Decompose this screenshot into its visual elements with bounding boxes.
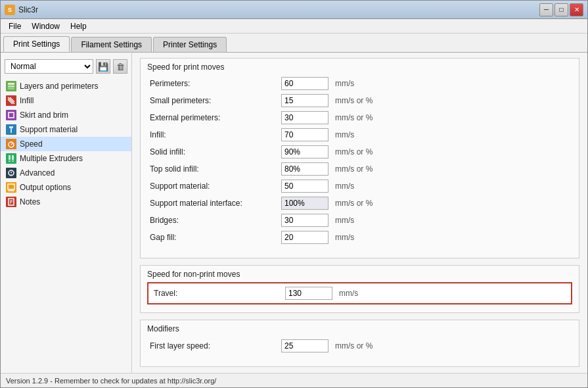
svg-rect-7 (9, 126, 13, 128)
menu-help[interactable]: Help (65, 20, 92, 32)
svg-point-17 (11, 174, 12, 175)
speed-unit-0: mm/s (331, 75, 572, 92)
notes-icon (6, 197, 16, 207)
speed-label-5: Top solid infill: (147, 160, 279, 178)
svg-rect-13 (9, 160, 11, 162)
speed-input-4[interactable] (281, 145, 328, 158)
svg-rect-14 (12, 160, 14, 162)
tab-print-settings[interactable]: Print Settings (3, 36, 70, 52)
speed-input-1[interactable] (281, 94, 328, 107)
speed-input-6[interactable] (281, 180, 328, 193)
save-preset-button[interactable]: 💾 (96, 59, 110, 74)
mod-input-0[interactable] (281, 339, 328, 352)
tab-printer-settings[interactable]: Printer Settings (153, 37, 227, 52)
window-controls: ─ □ ✕ (539, 3, 583, 16)
sidebar-label-output: Output options (20, 183, 71, 192)
sidebar-label-notes: Notes (20, 197, 40, 206)
speed-row-3: Infill: mm/s (147, 126, 572, 143)
speed-unit-4: mm/s or % (331, 143, 572, 160)
speed-input-2[interactable] (281, 111, 328, 124)
speed-row-6: Support material: mm/s (147, 178, 572, 195)
app-icon: S (5, 5, 15, 15)
delete-preset-button[interactable]: 🗑 (113, 59, 127, 74)
sidebar-label-infill: Infill (20, 96, 34, 105)
speed-input-7[interactable] (281, 197, 328, 210)
sidebar-item-skirt[interactable]: Skirt and brim (1, 108, 131, 122)
speed-input-9[interactable] (281, 231, 328, 244)
svg-rect-0 (8, 83, 14, 85)
title-bar: S Slic3r ─ □ ✕ (1, 1, 587, 19)
speed-input-cell-0 (279, 75, 331, 92)
sidebar: Normal 💾 🗑 Layers and perimeters Infill (1, 53, 132, 373)
tabs-bar: Print Settings Filament Settings Printer… (1, 34, 587, 53)
speed-label-3: Infill: (147, 126, 279, 143)
speed-settings-table: Perimeters: mm/s Small perimeters: mm/s … (147, 75, 572, 246)
speed-label-2: External perimeters: (147, 109, 279, 126)
sidebar-item-support[interactable]: Support material (1, 122, 131, 137)
speed-row-8: Bridges: mm/s (147, 212, 572, 229)
speed-unit-2: mm/s or % (331, 109, 572, 126)
close-button[interactable]: ✕ (570, 3, 583, 16)
speed-label-4: Solid infill: (147, 143, 279, 160)
speed-icon (6, 139, 16, 149)
travel-label: Travel: (154, 289, 279, 298)
speed-nonpro-section: Speed for non-print moves Travel: mm/s (140, 265, 579, 313)
speed-input-cell-3 (279, 126, 331, 143)
speed-unit-6: mm/s (331, 178, 572, 195)
speed-input-3[interactable] (281, 128, 328, 141)
sidebar-item-notes[interactable]: Notes (1, 195, 131, 209)
speed-print-title: Speed for print moves (147, 62, 572, 72)
svg-line-10 (11, 143, 13, 145)
menu-window[interactable]: Window (26, 20, 65, 32)
speed-input-5[interactable] (281, 162, 328, 176)
menu-file[interactable]: File (3, 20, 26, 32)
speed-input-cell-8 (279, 212, 331, 229)
travel-unit: mm/s (339, 289, 358, 298)
travel-input[interactable] (285, 287, 332, 300)
svg-rect-1 (8, 85, 14, 87)
window-title: Slic3r (18, 5, 38, 14)
sidebar-label-extruders: Multiple Extruders (20, 154, 83, 163)
sidebar-item-extruders[interactable]: Multiple Extruders (1, 151, 131, 166)
speed-input-cell-6 (279, 178, 331, 195)
sidebar-item-output[interactable]: Output options (1, 180, 131, 195)
svg-rect-18 (8, 184, 14, 189)
layers-icon (6, 81, 16, 91)
travel-row: Travel: mm/s (147, 282, 572, 304)
tab-filament-settings[interactable]: Filament Settings (71, 37, 152, 52)
maximize-button[interactable]: □ (554, 3, 568, 16)
infill-icon (6, 95, 16, 106)
speed-input-cell-5 (279, 160, 331, 178)
sidebar-item-advanced[interactable]: Advanced (1, 166, 131, 180)
speed-input-8[interactable] (281, 214, 328, 227)
speed-unit-5: mm/s or % (331, 160, 572, 178)
sidebar-label-support: Support material (20, 125, 78, 134)
sidebar-item-layers[interactable]: Layers and perimeters (1, 79, 131, 93)
speed-input-cell-1 (279, 92, 331, 109)
speed-row-1: Small perimeters: mm/s or % (147, 92, 572, 109)
speed-row-2: External perimeters: mm/s or % (147, 109, 572, 126)
preset-select[interactable]: Normal (5, 59, 93, 74)
speed-label-8: Bridges: (147, 212, 279, 229)
svg-rect-11 (9, 155, 11, 160)
speed-label-6: Support material: (147, 178, 279, 195)
sidebar-item-speed[interactable]: Speed (1, 137, 131, 151)
speed-unit-3: mm/s (331, 126, 572, 143)
svg-rect-6 (9, 112, 14, 118)
speed-input-cell-4 (279, 143, 331, 160)
speed-input-cell-9 (279, 229, 331, 246)
mod-label-0: First layer speed: (147, 337, 279, 354)
speed-input-0[interactable] (281, 77, 328, 90)
menu-bar: File Window Help (1, 19, 587, 34)
mod-input-cell-0 (279, 337, 331, 354)
speed-unit-9: mm/s (331, 229, 572, 246)
main-window: S Slic3r ─ □ ✕ File Window Help Print Se… (0, 0, 588, 388)
speed-row-9: Gap fill: mm/s (147, 229, 572, 246)
advanced-icon (6, 168, 16, 178)
minimize-button[interactable]: ─ (539, 3, 553, 16)
svg-rect-2 (8, 88, 14, 89)
modifiers-table: First layer speed: mm/s or % (147, 337, 572, 354)
speed-row-0: Perimeters: mm/s (147, 75, 572, 92)
sidebar-item-infill[interactable]: Infill (1, 93, 131, 108)
output-icon (6, 182, 16, 193)
